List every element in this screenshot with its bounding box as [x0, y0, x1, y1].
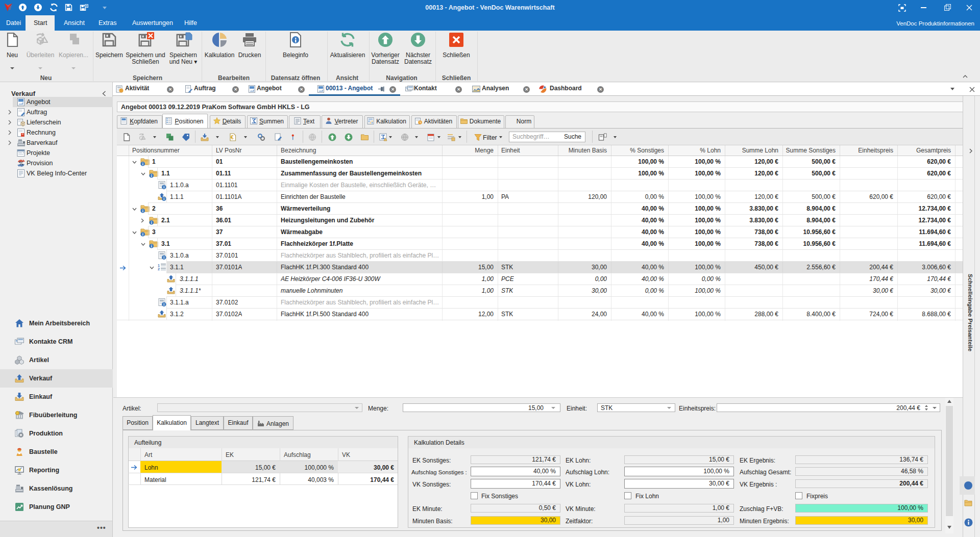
svg-text:1: 1 — [158, 264, 160, 267]
svg-text:€: € — [231, 135, 234, 140]
svg-text:2: 2 — [158, 267, 160, 271]
